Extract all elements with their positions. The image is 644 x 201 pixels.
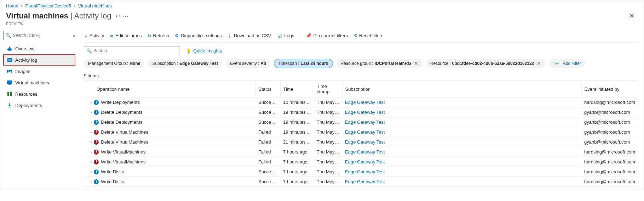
col-operation[interactable]: Operation name xyxy=(84,81,255,97)
breadcrumb-vms[interactable]: Virtual machines xyxy=(78,3,112,9)
chevron-right-icon[interactable]: › xyxy=(90,129,92,135)
page-subtitle: | Activity log xyxy=(68,11,111,21)
refresh-icon: ↻ xyxy=(148,33,151,38)
filter-timespan[interactable]: Timespan : Last 24 hours xyxy=(274,59,333,68)
toolbar-activity[interactable]: ⌄Activity xyxy=(84,33,104,38)
table-row[interactable]: ›iWrite DisksSucceeded7 hours agoThu May… xyxy=(84,177,638,187)
table-row[interactable]: ›iWrite DeploymentsSucceeded10 minutes .… xyxy=(84,97,638,107)
col-subscription[interactable]: Subscription xyxy=(342,81,581,97)
toolbar-pin-filters[interactable]: 📌Pin current filters xyxy=(306,33,348,38)
filter-management-group[interactable]: Management Group : None xyxy=(84,59,144,68)
timestamp-cell: Thu May 27... xyxy=(314,97,342,107)
filter-resource[interactable]: Resource : 0bd1fdee-cd02-4d0b-53aa-50623… xyxy=(426,59,546,68)
sidebar-item-deployments[interactable]: Deployments xyxy=(3,100,75,111)
col-timestamp[interactable]: Time stamp xyxy=(314,81,342,97)
svg-rect-11 xyxy=(10,94,12,96)
subscription-link[interactable]: Edge Gateway Test xyxy=(345,139,385,145)
toolbar-download[interactable]: ⭳Download as CSV xyxy=(228,33,271,38)
subscription-link[interactable]: Edge Gateway Test xyxy=(345,100,385,105)
timestamp-cell: Thu May 27... xyxy=(314,137,342,147)
sidebar-item-overview[interactable]: Overview xyxy=(3,43,75,54)
subscription-link[interactable]: Edge Gateway Test xyxy=(345,179,385,184)
svg-point-5 xyxy=(8,71,9,71)
columns-icon: ≣ xyxy=(110,33,114,38)
subscription-link[interactable]: Edge Gateway Test xyxy=(345,129,385,135)
table-row[interactable]: ›!Delete VirtualMachinesFailed21 minutes… xyxy=(84,137,638,147)
col-status[interactable]: Status xyxy=(255,81,280,97)
toolbar-reset-filters[interactable]: ⟲Reset filters xyxy=(353,33,384,38)
subscription-link[interactable]: Edge Gateway Test xyxy=(345,110,385,115)
chevron-right-icon[interactable]: › xyxy=(90,119,92,125)
sidebar-search-input[interactable] xyxy=(13,33,68,38)
time-cell: 10 minutes ... xyxy=(280,97,314,107)
add-filter[interactable]: ⁺✢ Add Filter xyxy=(549,59,585,68)
operation-name: Delete Deployments xyxy=(101,110,142,115)
sidebar-search[interactable]: 🔍 xyxy=(3,31,70,40)
filter-severity[interactable]: Event severity : All xyxy=(226,59,270,68)
breadcrumb-home[interactable]: Home xyxy=(6,3,18,9)
breadcrumb-sep: › xyxy=(74,3,75,9)
status-cell: Failed xyxy=(255,137,280,147)
table-row[interactable]: ›!Write VirtualMachinesFailed7 hours ago… xyxy=(84,147,638,157)
table-row[interactable]: ›iDelete DeploymentsSucceeded19 minutes … xyxy=(84,117,638,127)
initiated-by-cell: hardsing@microsoft.com xyxy=(581,97,638,107)
timestamp-cell: Thu May 27... xyxy=(314,147,342,157)
status-cell: Succeeded xyxy=(255,97,280,107)
sidebar-item-label: Deployments xyxy=(15,103,42,108)
chevron-right-icon[interactable]: › xyxy=(90,149,92,155)
timestamp-cell: Thu May 27... xyxy=(314,167,342,177)
sidebar-item-activitylog[interactable]: Activity log xyxy=(3,54,75,66)
filter-resource-group[interactable]: Resource group : IDCPortalTeamRG✕ xyxy=(337,59,422,68)
sidebar-item-vms[interactable]: Virtual machines xyxy=(3,77,75,88)
close-icon[interactable]: ✕ xyxy=(626,11,638,21)
sidebar-item-images[interactable]: Images xyxy=(3,66,75,77)
sidebar-item-label: Overview xyxy=(15,46,34,51)
toolbar-diagnostics[interactable]: ⚙Diagnostics settings xyxy=(175,33,222,38)
table-row[interactable]: ›!Delete VirtualMachinesFailed19 minutes… xyxy=(84,127,638,137)
quick-insights[interactable]: 💡 Quick Insights xyxy=(186,48,222,54)
col-initiatedby[interactable]: Event initiated by xyxy=(581,81,638,97)
initiated-by-cell: gyanb@microsoft.com xyxy=(581,127,638,137)
overview-icon xyxy=(7,46,12,51)
error-icon: ! xyxy=(94,160,99,164)
sidebar-item-label: Virtual machines xyxy=(15,80,49,85)
breadcrumb-device[interactable]: PortalPhysicalDevice5 xyxy=(25,3,71,9)
table-row[interactable]: ›!Write VirtualMachinesFailed7 hours ago… xyxy=(84,157,638,167)
toolbar-refresh[interactable]: ↻Refresh xyxy=(148,33,169,38)
timestamp-cell: Thu May 27... xyxy=(314,157,342,167)
resources-icon xyxy=(7,91,12,97)
operation-name: Write Disks xyxy=(101,169,124,174)
chevron-right-icon[interactable]: › xyxy=(90,110,92,115)
chevron-right-icon[interactable]: › xyxy=(90,179,92,184)
close-icon[interactable]: ✕ xyxy=(414,61,418,66)
page-title: Virtual machines xyxy=(6,11,68,21)
lightbulb-icon: 💡 xyxy=(186,48,191,54)
main-search-input[interactable] xyxy=(93,48,177,53)
toolbar-edit-columns[interactable]: ≣Edit columns xyxy=(110,33,142,38)
chevron-right-icon[interactable]: › xyxy=(90,100,92,105)
timestamp-cell: Thu May 27... xyxy=(314,177,342,187)
col-time[interactable]: Time xyxy=(280,81,314,97)
toolbar-logs[interactable]: 📊Logs xyxy=(277,33,294,38)
subscription-link[interactable]: Edge Gateway Test xyxy=(345,149,385,155)
more-icon[interactable]: ⋯ xyxy=(123,13,128,19)
chevron-right-icon[interactable]: › xyxy=(90,139,92,145)
operation-name: Write VirtualMachines xyxy=(101,149,145,155)
subscription-link[interactable]: Edge Gateway Test xyxy=(345,159,385,164)
subscription-link[interactable]: Edge Gateway Test xyxy=(345,119,385,125)
table-row[interactable]: ›iWrite DisksSucceeded7 hours agoThu May… xyxy=(84,167,638,177)
collapse-icon[interactable]: « xyxy=(73,33,75,38)
close-icon[interactable]: ✕ xyxy=(537,61,541,66)
filter-subscription[interactable]: Subscription : Edge Gateway Test xyxy=(148,59,222,68)
sidebar-item-resources[interactable]: Resources xyxy=(3,88,75,100)
table-row[interactable]: ›iDelete DeploymentsSucceeded19 minutes … xyxy=(84,107,638,117)
time-cell: 19 minutes ... xyxy=(280,107,314,117)
breadcrumb-sep: › xyxy=(21,3,22,9)
main-search[interactable]: 🔍 xyxy=(84,46,179,55)
chevron-right-icon[interactable]: › xyxy=(90,159,92,164)
subscription-link[interactable]: Edge Gateway Test xyxy=(345,169,385,174)
timestamp-cell: Thu May 27... xyxy=(314,107,342,117)
initiated-by-cell: gyanb@microsoft.com xyxy=(581,107,638,117)
pin-icon[interactable] xyxy=(115,13,120,19)
chevron-right-icon[interactable]: › xyxy=(90,169,92,174)
